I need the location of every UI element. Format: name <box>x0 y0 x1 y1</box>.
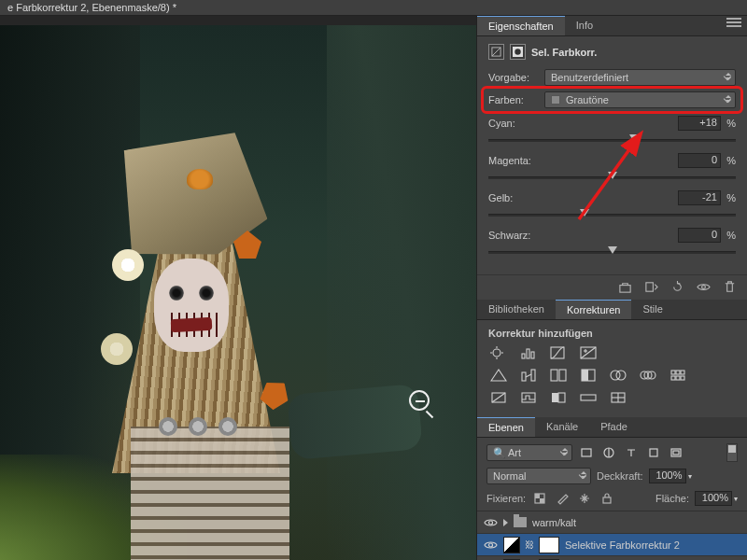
properties-panel: Eigenschaften Info Sel. Farbkorr. Vorgab… <box>477 16 747 300</box>
link-icon[interactable]: ⛓ <box>526 539 533 550</box>
svg-point-57 <box>488 543 492 547</box>
vibrance-icon[interactable] <box>488 367 509 384</box>
levels-icon[interactable] <box>518 344 539 361</box>
colors-select[interactable]: Grautöne <box>544 91 736 108</box>
opacity-input[interactable]: 100% <box>649 469 686 483</box>
slider-thumb[interactable] <box>608 172 617 179</box>
visibility-toggle-icon[interactable] <box>483 515 498 530</box>
preset-select[interactable]: Benutzerdefiniert <box>544 69 736 86</box>
slider-thumb[interactable] <box>629 134 639 142</box>
gradient-map-icon[interactable] <box>578 389 599 406</box>
svg-rect-43 <box>581 395 596 400</box>
svg-rect-47 <box>582 449 591 456</box>
tab-info[interactable]: Info <box>565 16 604 35</box>
color-balance-icon[interactable] <box>548 367 569 384</box>
layer-list[interactable]: warm/kalt⛓Selektive Farbkorrektur 2⛓Farb… <box>477 511 747 560</box>
reset-icon[interactable] <box>669 279 685 294</box>
svg-rect-23 <box>551 370 557 381</box>
lock-label: Fixieren: <box>486 493 526 504</box>
tab-bibliotheken[interactable]: Bibliotheken <box>477 300 556 319</box>
layer-row[interactable]: warm/kalt <box>477 511 747 534</box>
posterize-icon[interactable] <box>518 389 539 406</box>
slider-track[interactable] <box>488 246 736 258</box>
tab-pfade[interactable]: Pfade <box>589 417 639 437</box>
trash-icon[interactable] <box>721 279 738 294</box>
slider-value-input[interactable]: -21 <box>678 190 721 205</box>
svg-rect-36 <box>676 376 680 380</box>
threshold-icon[interactable] <box>548 389 569 406</box>
fill-label: Fläche: <box>655 493 689 504</box>
tab-eigenschaften[interactable]: Eigenschaften <box>477 16 565 35</box>
tab-stile[interactable]: Stile <box>631 300 673 319</box>
slider-track[interactable] <box>488 209 736 220</box>
chevron-down-icon[interactable]: ▾ <box>734 495 738 503</box>
channel-mixer-icon[interactable] <box>638 367 658 384</box>
previous-state-icon[interactable] <box>642 279 659 294</box>
mask-thumb-icon <box>539 537 559 553</box>
filter-adjustment-icon[interactable] <box>600 444 617 461</box>
layer-filter-select[interactable]: 🔍Art <box>486 444 572 461</box>
photo-filter-icon[interactable] <box>608 367 628 384</box>
svg-rect-40 <box>522 393 535 402</box>
hue-saturation-icon[interactable] <box>518 367 539 384</box>
svg-point-27 <box>611 371 620 380</box>
svg-rect-53 <box>540 498 544 503</box>
curves-icon[interactable] <box>548 344 569 361</box>
layer-name[interactable]: Selektive Farbkorrektur 2 <box>565 539 741 551</box>
svg-rect-42 <box>558 393 565 402</box>
svg-rect-35 <box>671 376 675 380</box>
filter-pixel-icon[interactable] <box>578 444 595 461</box>
tab-korrekturen[interactable]: Korrekturen <box>556 300 631 319</box>
slider-value-input[interactable]: 0 <box>678 153 721 168</box>
layer-name[interactable]: warm/kalt <box>532 517 741 528</box>
lock-position-icon[interactable] <box>576 490 593 507</box>
clip-to-layer-icon[interactable] <box>616 279 633 294</box>
svg-line-22 <box>526 374 531 377</box>
svg-point-28 <box>616 371 626 380</box>
svg-rect-21 <box>531 370 535 381</box>
visibility-icon[interactable] <box>695 279 712 294</box>
colors-label: Farben: <box>488 94 537 105</box>
filter-type-icon[interactable] <box>623 444 640 461</box>
brightness-contrast-icon[interactable] <box>488 344 509 361</box>
disclosure-triangle-icon[interactable] <box>503 519 508 526</box>
slider-value-input[interactable]: +18 <box>678 116 721 131</box>
fill-input[interactable]: 100% <box>695 491 732 506</box>
exposure-icon[interactable] <box>578 344 599 361</box>
slider-value-input[interactable]: 0 <box>678 228 721 243</box>
slider-track[interactable] <box>488 134 736 146</box>
slider-label: Magenta: <box>488 155 531 166</box>
layer-row[interactable]: ⛓Farbbalance 2 <box>477 556 747 560</box>
filter-smart-icon[interactable] <box>668 444 684 461</box>
filter-toggle[interactable] <box>726 443 738 462</box>
highlight-colors-row: Farben: Grautöne <box>485 90 740 110</box>
black-white-icon[interactable] <box>578 367 599 384</box>
svg-rect-34 <box>681 371 684 374</box>
slider-track[interactable] <box>488 172 736 183</box>
chevron-down-icon[interactable]: ▾ <box>688 472 692 481</box>
lock-pixels-icon[interactable] <box>554 490 571 507</box>
invert-icon[interactable] <box>488 389 509 406</box>
svg-line-39 <box>492 393 505 402</box>
slider-thumb[interactable] <box>580 209 589 217</box>
layer-row[interactable]: ⛓Selektive Farbkorrektur 2 <box>477 534 747 556</box>
canvas[interactable] <box>0 16 476 560</box>
percent-sign: % <box>725 192 736 203</box>
slider-thumb[interactable] <box>608 246 617 254</box>
panel-menu-icon[interactable] <box>726 18 741 27</box>
color-lookup-icon[interactable] <box>668 367 688 384</box>
blend-mode-select[interactable]: Normal <box>486 468 591 484</box>
tab-kanaele[interactable]: Kanäle <box>535 417 589 437</box>
tab-ebenen[interactable]: Ebenen <box>477 417 535 437</box>
selective-color-icon[interactable] <box>608 389 628 406</box>
svg-rect-55 <box>603 497 611 503</box>
lock-all-icon[interactable] <box>599 490 615 507</box>
percent-sign: % <box>725 118 736 129</box>
svg-rect-51 <box>673 451 679 455</box>
svg-rect-13 <box>527 349 529 358</box>
svg-rect-12 <box>522 354 525 358</box>
visibility-toggle-icon[interactable] <box>483 538 498 553</box>
svg-rect-26 <box>582 370 588 381</box>
lock-transparency-icon[interactable] <box>531 490 548 507</box>
filter-shape-icon[interactable] <box>645 444 662 461</box>
